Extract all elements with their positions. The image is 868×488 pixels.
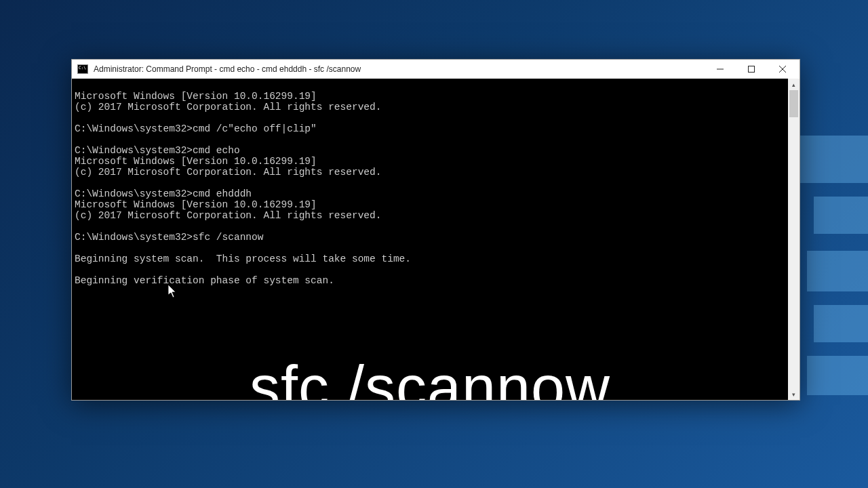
terminal-line: (c) 2017 Microsoft Corporation. All righ… bbox=[75, 167, 381, 178]
terminal-line: C:\Windows\system32>cmd /c"echo off|clip… bbox=[75, 123, 317, 134]
terminal-line: C:\Windows\system32>cmd echo bbox=[75, 145, 240, 156]
terminal-line: (c) 2017 Microsoft Corporation. All righ… bbox=[75, 102, 381, 113]
terminal-line: Microsoft Windows [Version 10.0.16299.19… bbox=[75, 199, 317, 210]
chevron-down-icon: ▾ bbox=[792, 391, 795, 398]
titlebar[interactable]: Administrator: Command Prompt - cmd echo… bbox=[72, 60, 800, 79]
scroll-down-button[interactable]: ▾ bbox=[788, 388, 800, 400]
cmd-icon bbox=[77, 64, 88, 74]
terminal-line: C:\Windows\system32>sfc /scannow bbox=[75, 232, 263, 243]
terminal-output[interactable]: Microsoft Windows [Version 10.0.16299.19… bbox=[72, 79, 788, 400]
command-prompt-window: Administrator: Command Prompt - cmd echo… bbox=[71, 59, 800, 401]
terminal-line: Microsoft Windows [Version 10.0.16299.19… bbox=[75, 156, 317, 167]
terminal-line: Beginning system scan. This process will… bbox=[75, 253, 411, 264]
window-controls bbox=[705, 60, 798, 79]
close-icon bbox=[779, 66, 786, 73]
scroll-thumb[interactable] bbox=[789, 90, 798, 117]
svg-rect-1 bbox=[749, 66, 755, 73]
minimize-button[interactable] bbox=[705, 60, 736, 79]
chevron-up-icon: ▴ bbox=[792, 81, 795, 88]
close-button[interactable] bbox=[767, 60, 798, 79]
terminal-line: C:\Windows\system32>cmd ehdddh bbox=[75, 188, 252, 199]
vertical-scrollbar[interactable]: ▴ ▾ bbox=[788, 79, 800, 400]
maximize-icon bbox=[748, 66, 755, 73]
terminal-line: (c) 2017 Microsoft Corporation. All righ… bbox=[75, 210, 381, 221]
caption-overlay: sfc /scannow bbox=[250, 382, 610, 393]
terminal-line: Beginning verification phase of system s… bbox=[75, 275, 334, 286]
scroll-up-button[interactable]: ▴ bbox=[788, 79, 800, 90]
terminal-line: Microsoft Windows [Version 10.0.16299.19… bbox=[75, 91, 317, 102]
maximize-button[interactable] bbox=[736, 60, 767, 79]
window-title: Administrator: Command Prompt - cmd echo… bbox=[94, 64, 705, 74]
minimize-icon bbox=[717, 66, 724, 73]
scroll-track[interactable] bbox=[788, 90, 800, 388]
terminal-area: Microsoft Windows [Version 10.0.16299.19… bbox=[72, 79, 800, 400]
